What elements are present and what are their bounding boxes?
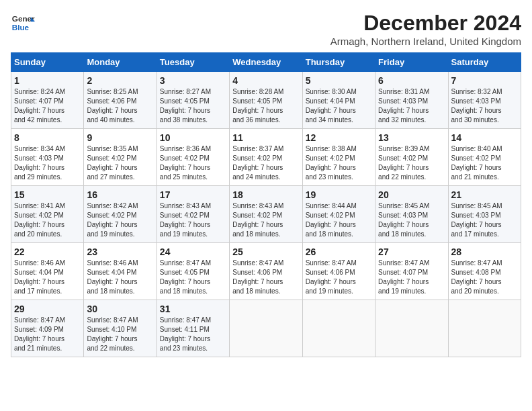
day-number: 14 xyxy=(451,132,518,143)
calendar-day-cell: 28Sunrise: 8:47 AM Sunset: 4:08 PM Dayli… xyxy=(448,243,521,300)
day-info: Sunrise: 8:34 AM Sunset: 4:03 PM Dayligh… xyxy=(14,144,81,182)
calendar-day-cell xyxy=(302,300,375,357)
day-number: 22 xyxy=(14,246,81,257)
day-info: Sunrise: 8:47 AM Sunset: 4:09 PM Dayligh… xyxy=(14,316,81,353)
calendar-week-row: 8Sunrise: 8:34 AM Sunset: 4:03 PM Daylig… xyxy=(11,129,521,186)
day-number: 13 xyxy=(378,132,445,143)
calendar-day-cell: 31Sunrise: 8:47 AM Sunset: 4:11 PM Dayli… xyxy=(157,300,229,357)
day-info: Sunrise: 8:47 AM Sunset: 4:11 PM Dayligh… xyxy=(160,316,226,353)
day-info: Sunrise: 8:43 AM Sunset: 4:02 PM Dayligh… xyxy=(160,201,226,239)
day-number: 27 xyxy=(378,246,445,257)
weekday-header: Monday xyxy=(84,53,157,72)
day-info: Sunrise: 8:28 AM Sunset: 4:05 PM Dayligh… xyxy=(232,87,299,125)
day-info: Sunrise: 8:47 AM Sunset: 4:08 PM Dayligh… xyxy=(451,259,518,296)
day-number: 24 xyxy=(160,246,226,257)
calendar-day-cell xyxy=(230,300,302,357)
day-number: 28 xyxy=(451,246,518,257)
calendar-day-cell: 14Sunrise: 8:40 AM Sunset: 4:02 PM Dayli… xyxy=(448,129,521,186)
logo: General Blue xyxy=(11,11,35,35)
weekday-header: Tuesday xyxy=(157,53,229,72)
day-info: Sunrise: 8:47 AM Sunset: 4:05 PM Dayligh… xyxy=(160,259,226,296)
day-info: Sunrise: 8:45 AM Sunset: 4:03 PM Dayligh… xyxy=(451,201,518,239)
location-subtitle: Armagh, Northern Ireland, United Kingdom xyxy=(330,36,521,47)
day-number: 29 xyxy=(14,304,81,314)
calendar-day-cell: 20Sunrise: 8:45 AM Sunset: 4:03 PM Dayli… xyxy=(375,186,448,243)
calendar-day-cell: 5Sunrise: 8:30 AM Sunset: 4:04 PM Daylig… xyxy=(302,72,375,129)
weekday-header: Saturday xyxy=(448,53,521,72)
day-info: Sunrise: 8:31 AM Sunset: 4:03 PM Dayligh… xyxy=(378,87,445,125)
day-info: Sunrise: 8:37 AM Sunset: 4:02 PM Dayligh… xyxy=(232,144,299,182)
day-info: Sunrise: 8:41 AM Sunset: 4:02 PM Dayligh… xyxy=(14,201,81,239)
day-number: 17 xyxy=(160,189,226,200)
day-number: 2 xyxy=(87,75,153,86)
day-number: 9 xyxy=(87,132,153,143)
day-info: Sunrise: 8:45 AM Sunset: 4:03 PM Dayligh… xyxy=(378,201,445,239)
day-info: Sunrise: 8:40 AM Sunset: 4:02 PM Dayligh… xyxy=(451,144,518,182)
day-number: 21 xyxy=(451,189,518,200)
day-info: Sunrise: 8:47 AM Sunset: 4:06 PM Dayligh… xyxy=(306,259,372,296)
day-info: Sunrise: 8:47 AM Sunset: 4:07 PM Dayligh… xyxy=(378,259,445,296)
day-info: Sunrise: 8:32 AM Sunset: 4:03 PM Dayligh… xyxy=(451,87,518,125)
day-number: 3 xyxy=(160,75,226,86)
title-block: December 2024 Armagh, Northern Ireland, … xyxy=(330,11,521,47)
calendar-day-cell: 1Sunrise: 8:24 AM Sunset: 4:07 PM Daylig… xyxy=(11,72,84,129)
day-number: 12 xyxy=(306,132,372,143)
calendar-day-cell: 13Sunrise: 8:39 AM Sunset: 4:02 PM Dayli… xyxy=(375,129,448,186)
calendar-day-cell xyxy=(375,300,448,357)
calendar-day-cell: 17Sunrise: 8:43 AM Sunset: 4:02 PM Dayli… xyxy=(157,186,229,243)
calendar-week-row: 15Sunrise: 8:41 AM Sunset: 4:02 PM Dayli… xyxy=(11,186,521,243)
day-number: 19 xyxy=(306,189,372,200)
day-number: 6 xyxy=(378,75,445,86)
day-number: 4 xyxy=(232,75,299,86)
day-info: Sunrise: 8:35 AM Sunset: 4:02 PM Dayligh… xyxy=(87,144,153,182)
day-info: Sunrise: 8:38 AM Sunset: 4:02 PM Dayligh… xyxy=(306,144,372,182)
logo-icon: General Blue xyxy=(11,11,35,35)
calendar-week-row: 29Sunrise: 8:47 AM Sunset: 4:09 PM Dayli… xyxy=(11,300,521,357)
calendar-day-cell: 24Sunrise: 8:47 AM Sunset: 4:05 PM Dayli… xyxy=(157,243,229,300)
calendar-day-cell: 8Sunrise: 8:34 AM Sunset: 4:03 PM Daylig… xyxy=(11,129,84,186)
calendar-day-cell: 23Sunrise: 8:46 AM Sunset: 4:04 PM Dayli… xyxy=(84,243,157,300)
day-info: Sunrise: 8:42 AM Sunset: 4:02 PM Dayligh… xyxy=(87,201,153,239)
calendar-day-cell: 3Sunrise: 8:27 AM Sunset: 4:05 PM Daylig… xyxy=(157,72,229,129)
day-info: Sunrise: 8:43 AM Sunset: 4:02 PM Dayligh… xyxy=(232,201,299,239)
day-info: Sunrise: 8:46 AM Sunset: 4:04 PM Dayligh… xyxy=(87,259,153,296)
day-number: 20 xyxy=(378,189,445,200)
calendar-day-cell: 27Sunrise: 8:47 AM Sunset: 4:07 PM Dayli… xyxy=(375,243,448,300)
calendar-day-cell: 11Sunrise: 8:37 AM Sunset: 4:02 PM Dayli… xyxy=(230,129,302,186)
calendar-day-cell: 10Sunrise: 8:36 AM Sunset: 4:02 PM Dayli… xyxy=(157,129,229,186)
day-info: Sunrise: 8:44 AM Sunset: 4:02 PM Dayligh… xyxy=(306,201,372,239)
weekday-header: Thursday xyxy=(302,53,375,72)
day-number: 7 xyxy=(451,75,518,86)
weekday-header: Friday xyxy=(375,53,448,72)
calendar-day-cell: 12Sunrise: 8:38 AM Sunset: 4:02 PM Dayli… xyxy=(302,129,375,186)
calendar-day-cell: 15Sunrise: 8:41 AM Sunset: 4:02 PM Dayli… xyxy=(11,186,84,243)
calendar-day-cell xyxy=(448,300,521,357)
calendar-table: SundayMondayTuesdayWednesdayThursdayFrid… xyxy=(11,52,521,357)
day-number: 1 xyxy=(14,75,81,86)
calendar-day-cell: 22Sunrise: 8:46 AM Sunset: 4:04 PM Dayli… xyxy=(11,243,84,300)
page-header: General Blue December 2024 Armagh, North… xyxy=(11,11,521,47)
day-info: Sunrise: 8:47 AM Sunset: 4:06 PM Dayligh… xyxy=(232,259,299,296)
day-number: 23 xyxy=(87,246,153,257)
day-info: Sunrise: 8:47 AM Sunset: 4:10 PM Dayligh… xyxy=(87,316,153,353)
calendar-day-cell: 30Sunrise: 8:47 AM Sunset: 4:10 PM Dayli… xyxy=(84,300,157,357)
calendar-day-cell: 19Sunrise: 8:44 AM Sunset: 4:02 PM Dayli… xyxy=(302,186,375,243)
day-number: 30 xyxy=(87,304,153,314)
calendar-day-cell: 16Sunrise: 8:42 AM Sunset: 4:02 PM Dayli… xyxy=(84,186,157,243)
day-info: Sunrise: 8:24 AM Sunset: 4:07 PM Dayligh… xyxy=(14,87,81,125)
calendar-day-cell: 29Sunrise: 8:47 AM Sunset: 4:09 PM Dayli… xyxy=(11,300,84,357)
svg-text:Blue: Blue xyxy=(12,23,30,32)
day-number: 15 xyxy=(14,189,81,200)
calendar-week-row: 22Sunrise: 8:46 AM Sunset: 4:04 PM Dayli… xyxy=(11,243,521,300)
day-info: Sunrise: 8:27 AM Sunset: 4:05 PM Dayligh… xyxy=(160,87,226,125)
calendar-day-cell: 7Sunrise: 8:32 AM Sunset: 4:03 PM Daylig… xyxy=(448,72,521,129)
calendar-day-cell: 6Sunrise: 8:31 AM Sunset: 4:03 PM Daylig… xyxy=(375,72,448,129)
day-number: 10 xyxy=(160,132,226,143)
day-info: Sunrise: 8:36 AM Sunset: 4:02 PM Dayligh… xyxy=(160,144,226,182)
day-info: Sunrise: 8:46 AM Sunset: 4:04 PM Dayligh… xyxy=(14,259,81,296)
calendar-day-cell: 21Sunrise: 8:45 AM Sunset: 4:03 PM Dayli… xyxy=(448,186,521,243)
day-number: 31 xyxy=(160,304,226,314)
calendar-day-cell: 25Sunrise: 8:47 AM Sunset: 4:06 PM Dayli… xyxy=(230,243,302,300)
day-info: Sunrise: 8:30 AM Sunset: 4:04 PM Dayligh… xyxy=(306,87,372,125)
calendar-week-row: 1Sunrise: 8:24 AM Sunset: 4:07 PM Daylig… xyxy=(11,72,521,129)
